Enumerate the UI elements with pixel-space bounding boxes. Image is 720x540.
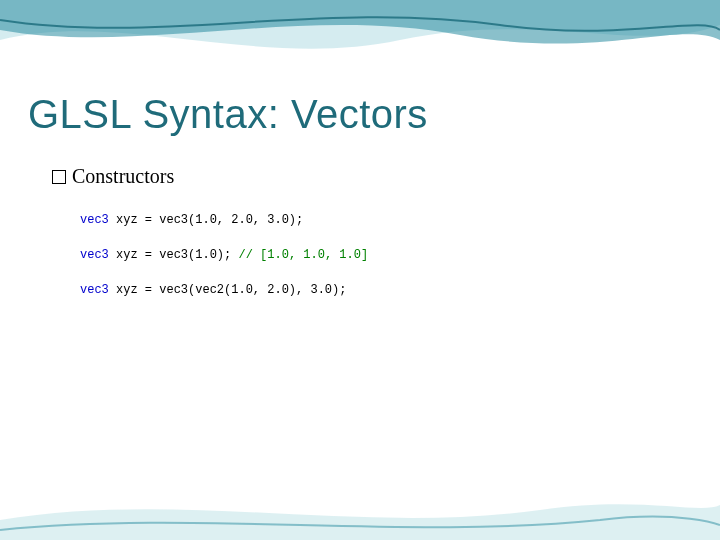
args: (vec2(1.0, 2.0), 3.0); — [188, 283, 346, 297]
bullet-box-icon — [52, 170, 66, 184]
keyword: vec3 — [80, 213, 109, 227]
variable: xyz — [109, 213, 145, 227]
function: vec3 — [159, 213, 188, 227]
args: (1.0); — [188, 248, 238, 262]
keyword: vec3 — [80, 248, 109, 262]
operator: = — [145, 283, 159, 297]
variable: xyz — [109, 283, 145, 297]
slide-title: GLSL Syntax: Vectors — [28, 92, 720, 137]
code-line-2: vec3 xyz = vec3(1.0); // [1.0, 1.0, 1.0] — [80, 247, 720, 264]
function: vec3 — [159, 248, 188, 262]
subtitle-row: Constructors — [52, 165, 720, 188]
code-line-3: vec3 xyz = vec3(vec2(1.0, 2.0), 3.0); — [80, 282, 720, 299]
keyword: vec3 — [80, 283, 109, 297]
operator: = — [145, 248, 159, 262]
code-line-1: vec3 xyz = vec3(1.0, 2.0, 3.0); — [80, 212, 720, 229]
variable: xyz — [109, 248, 145, 262]
wave-bottom-decoration — [0, 480, 720, 540]
args: (1.0, 2.0, 3.0); — [188, 213, 303, 227]
subtitle-text: Constructors — [72, 165, 174, 188]
function: vec3 — [159, 283, 188, 297]
operator: = — [145, 213, 159, 227]
wave-top-decoration — [0, 0, 720, 90]
comment: // [1.0, 1.0, 1.0] — [238, 248, 368, 262]
code-block: vec3 xyz = vec3(1.0, 2.0, 3.0); vec3 xyz… — [80, 212, 720, 298]
